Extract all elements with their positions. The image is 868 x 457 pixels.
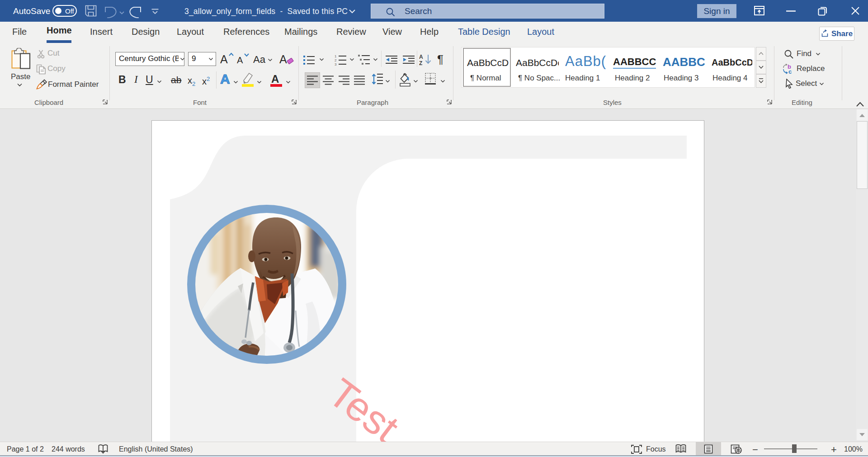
svg-text:Z: Z: [419, 60, 422, 66]
svg-text:A: A: [419, 54, 423, 60]
svg-text:1: 1: [335, 54, 337, 58]
svg-text:c: c: [788, 68, 792, 75]
svg-text:2: 2: [335, 58, 337, 62]
svg-text:3: 3: [335, 62, 337, 66]
